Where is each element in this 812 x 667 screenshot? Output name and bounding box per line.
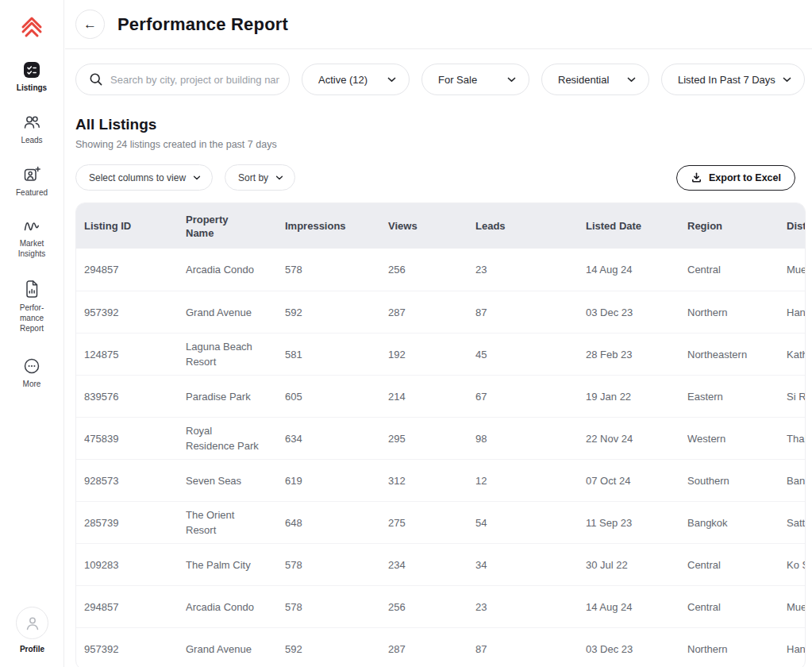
page-header: ← Performance Report bbox=[65, 0, 812, 49]
select-columns-dropdown[interactable]: Select columns to view bbox=[75, 164, 213, 191]
column-header-views: Views bbox=[388, 219, 475, 233]
cell-district: Satta bbox=[787, 517, 806, 529]
cell-property-name: Seven Seas bbox=[186, 473, 285, 488]
cell-leads: 34 bbox=[475, 559, 586, 571]
sale-type-filter-dropdown[interactable]: For Sale bbox=[421, 64, 529, 95]
cell-impressions: 648 bbox=[285, 517, 388, 529]
cell-leads: 67 bbox=[475, 391, 586, 403]
cell-region: Northern bbox=[687, 643, 787, 655]
sidebar-item-label: Leads bbox=[21, 135, 42, 145]
back-button[interactable]: ← bbox=[75, 10, 105, 39]
table-row[interactable]: 294857 Arcadia Condo 578 256 23 14 Aug 2… bbox=[76, 249, 805, 291]
table-row[interactable]: 475839 Royal Residence Park 634 295 98 2… bbox=[76, 417, 805, 459]
cell-listing-id: 839576 bbox=[84, 391, 186, 403]
select-columns-label: Select columns to view bbox=[89, 172, 186, 183]
status-filter-dropdown[interactable]: Active (12) bbox=[302, 64, 410, 95]
download-icon bbox=[691, 172, 702, 183]
cell-listing-id: 109283 bbox=[84, 559, 186, 571]
cell-listed-date: 22 Nov 24 bbox=[586, 433, 687, 445]
cell-district: Kath bbox=[787, 349, 806, 360]
brand-logo-icon bbox=[16, 10, 48, 44]
sidebar-item-performance-report[interactable]: Perfor- mance Report bbox=[20, 280, 44, 334]
column-header-listing-id: Listing ID bbox=[84, 219, 186, 233]
cell-impressions: 578 bbox=[285, 264, 388, 276]
cell-views: 256 bbox=[388, 264, 475, 276]
cell-leads: 45 bbox=[475, 349, 586, 360]
cell-property-name: The Palm City bbox=[186, 557, 285, 573]
table-body: 294857 Arcadia Condo 578 256 23 14 Aug 2… bbox=[76, 249, 805, 667]
table-row[interactable]: 294857 Arcadia Condo 578 256 23 14 Aug 2… bbox=[76, 585, 805, 627]
column-header-region: Region bbox=[687, 219, 787, 233]
export-label: Export to Excel bbox=[709, 172, 781, 183]
search-input[interactable] bbox=[110, 74, 279, 86]
cell-property-name: Laguna Beach Resort bbox=[186, 339, 285, 369]
cell-views: 312 bbox=[388, 475, 475, 487]
section-subtitle: Showing 24 listings created in the past … bbox=[75, 139, 812, 150]
filter-bar: Active (12) For Sale Residential Listed … bbox=[75, 64, 812, 95]
cell-region: Eastern bbox=[687, 391, 787, 403]
sidebar-item-profile[interactable]: Profile bbox=[0, 607, 64, 654]
cell-district: Muea bbox=[787, 264, 806, 276]
sort-by-dropdown[interactable]: Sort by bbox=[225, 164, 295, 191]
sidebar-item-label: Perfor- mance Report bbox=[20, 303, 44, 334]
cell-listing-id: 294857 bbox=[84, 264, 186, 276]
cell-region: Central bbox=[687, 601, 787, 613]
cell-listed-date: 14 Aug 24 bbox=[586, 264, 687, 276]
cell-listed-date: 03 Dec 23 bbox=[586, 307, 687, 318]
sort-by-label: Sort by bbox=[238, 172, 268, 183]
cell-listed-date: 07 Oct 24 bbox=[586, 475, 687, 487]
export-to-excel-button[interactable]: Export to Excel bbox=[676, 165, 795, 191]
cell-leads: 23 bbox=[475, 601, 586, 613]
table-row[interactable]: 957392 Grand Avenue 592 287 87 03 Dec 23… bbox=[76, 291, 805, 333]
search-icon bbox=[89, 72, 103, 87]
chevron-down-icon bbox=[275, 175, 283, 180]
table-row[interactable]: 285739 The Orient Resort 648 275 54 11 S… bbox=[76, 501, 805, 543]
cell-listed-date: 11 Sep 23 bbox=[586, 517, 687, 529]
sidebar-item-featured[interactable]: Featured bbox=[16, 166, 48, 198]
cell-district: Bang bbox=[787, 475, 806, 487]
cell-views: 192 bbox=[388, 349, 475, 360]
cell-impressions: 605 bbox=[285, 391, 388, 403]
cell-property-name: The Orient Resort bbox=[186, 507, 285, 538]
table-row[interactable]: 839576 Paradise Park 605 214 67 19 Jan 2… bbox=[76, 375, 805, 417]
chevron-down-icon bbox=[193, 175, 201, 180]
table-row[interactable]: 109283 The Palm City 578 234 34 30 Jul 2… bbox=[76, 543, 805, 585]
property-type-filter-dropdown[interactable]: Residential bbox=[541, 64, 649, 95]
sidebar-item-market-insights[interactable]: Market Insights bbox=[7, 218, 56, 259]
page-title: Performance Report bbox=[117, 14, 288, 35]
arrow-left-icon: ← bbox=[83, 17, 97, 33]
chevron-down-icon bbox=[627, 77, 636, 83]
cell-leads: 98 bbox=[475, 433, 586, 445]
cell-listing-id: 124875 bbox=[84, 349, 186, 360]
cell-views: 287 bbox=[388, 643, 475, 655]
sidebar: Listings Leads Featured bbox=[0, 0, 64, 667]
table-row[interactable]: 124875 Laguna Beach Resort 581 192 45 28… bbox=[76, 333, 805, 375]
main-content: ← Performance Report Active (12) For Sal… bbox=[65, 0, 812, 667]
table-row[interactable]: 957392 Grand Avenue 592 287 87 03 Dec 23… bbox=[76, 627, 805, 667]
sidebar-item-leads[interactable]: Leads bbox=[21, 114, 42, 145]
cell-property-name: Arcadia Condo bbox=[186, 600, 285, 615]
cell-district: Si Ra bbox=[787, 391, 806, 403]
cell-listing-id: 957392 bbox=[84, 307, 186, 318]
cell-impressions: 578 bbox=[285, 601, 388, 613]
cell-property-name: Paradise Park bbox=[186, 389, 285, 404]
cell-impressions: 634 bbox=[285, 433, 388, 445]
cell-impressions: 578 bbox=[285, 559, 388, 571]
date-range-filter-dropdown[interactable]: Listed In Past 7 Days bbox=[661, 64, 805, 95]
cell-region: Western bbox=[687, 433, 787, 445]
brand-logo[interactable] bbox=[16, 10, 48, 44]
column-header-leads: Leads bbox=[475, 219, 586, 233]
table-row[interactable]: 928573 Seven Seas 619 312 12 07 Oct 24 S… bbox=[76, 459, 805, 501]
cell-views: 287 bbox=[388, 307, 475, 318]
cell-listing-id: 475839 bbox=[84, 433, 186, 445]
listings-section-header: All Listings Showing 24 listings created… bbox=[75, 116, 812, 150]
sidebar-item-more[interactable]: More bbox=[23, 357, 41, 389]
cell-impressions: 592 bbox=[285, 307, 388, 318]
sidebar-item-listings[interactable]: Listings bbox=[17, 61, 47, 93]
cell-leads: 12 bbox=[475, 475, 586, 487]
sidebar-item-label: Featured bbox=[16, 187, 48, 198]
performance-report-icon bbox=[23, 280, 40, 299]
chevron-down-icon bbox=[507, 77, 516, 83]
cell-listing-id: 294857 bbox=[84, 601, 186, 613]
date-range-filter-label: Listed In Past 7 Days bbox=[678, 74, 775, 86]
